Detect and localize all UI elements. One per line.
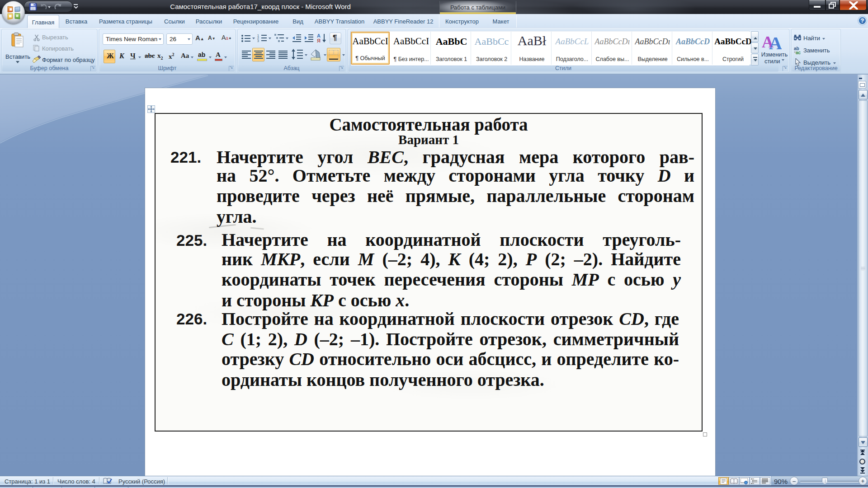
svg-text:ac: ac: [796, 50, 801, 54]
svg-text:3: 3: [257, 39, 259, 42]
svg-text:Я: Я: [317, 38, 321, 43]
svg-text:A: A: [769, 33, 782, 50]
